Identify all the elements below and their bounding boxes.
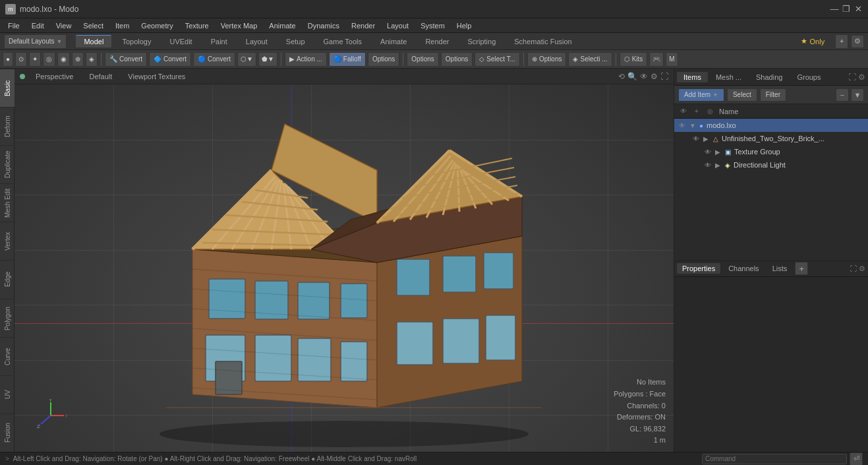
unreal-btn[interactable]: 🎮 — [649, 52, 664, 67]
convert-btn-3[interactable]: 🔵 Convert — [193, 52, 235, 67]
zoom-icon[interactable]: 🔍 — [627, 72, 637, 81]
tool-shape-btn[interactable]: ⬡▼ — [237, 52, 256, 67]
sidebar-tab-uv[interactable]: UV — [0, 375, 14, 414]
menu-layout[interactable]: Layout — [382, 20, 414, 31]
add-item-btn[interactable]: Add Item ▼ — [678, 88, 724, 102]
rbot-tab-channels[interactable]: Channels — [723, 263, 764, 274]
arrow-light[interactable]: ▶ — [715, 162, 723, 169]
rpanel-tab-groups[interactable]: Groups — [790, 72, 827, 82]
sidebar-tab-polygon[interactable]: Polygon — [0, 299, 14, 337]
rotate-icon[interactable]: ⟲ — [618, 72, 625, 81]
sidebar-tab-fusion[interactable]: Fusion — [0, 414, 14, 452]
sidebar-tab-edge[interactable]: Edge — [0, 260, 14, 298]
tool-mode-btn[interactable]: ⬟▼ — [258, 52, 277, 67]
menu-help[interactable]: Help — [451, 20, 477, 31]
tab-topology[interactable]: Topology — [114, 36, 159, 47]
settings-icon[interactable]: ⚙ — [651, 72, 658, 81]
command-go-btn[interactable]: ⏎ — [850, 452, 863, 466]
menu-select[interactable]: Select — [78, 20, 109, 31]
viewport-perspective-label[interactable]: Perspective — [30, 71, 78, 82]
menu-dynamics[interactable]: Dynamics — [303, 20, 345, 31]
arrow-mesh[interactable]: ▶ — [703, 135, 711, 142]
command-input[interactable] — [702, 454, 847, 464]
eye-icon-root[interactable]: 👁 — [677, 120, 687, 131]
eye-icon-light[interactable]: 👁 — [703, 160, 713, 170]
minimize-btn[interactable]: — — [830, 5, 839, 14]
tool-icon-4[interactable]: ◎ — [43, 52, 55, 67]
tab-paint[interactable]: Paint — [203, 36, 235, 47]
sidebar-tab-duplicate[interactable]: Duplicate — [0, 145, 14, 183]
menu-edit[interactable]: Edit — [26, 20, 49, 31]
tab-model[interactable]: Model — [76, 35, 111, 47]
menu-render[interactable]: Render — [346, 20, 380, 31]
kits-btn[interactable]: ⬡ Kits — [620, 52, 648, 67]
add-workspace-btn[interactable]: + — [835, 34, 848, 49]
options-btn-4[interactable]: ⊕ Options — [527, 52, 566, 67]
options-btn-1[interactable]: Options — [368, 52, 399, 67]
menu-texture[interactable]: Texture — [180, 20, 214, 31]
sidebar-tab-vertex[interactable]: Vertex — [0, 222, 14, 260]
tool-icon-1[interactable]: ● — [3, 52, 13, 67]
close-btn[interactable]: ✕ — [854, 5, 863, 14]
rbot-tab-properties[interactable]: Properties — [677, 263, 720, 274]
tab-animate[interactable]: Animate — [372, 36, 415, 47]
viewport-default-label[interactable]: Default — [84, 71, 117, 82]
tool-icon-5[interactable]: ◉ — [57, 52, 70, 67]
rpanel-tab-shading[interactable]: Shading — [749, 72, 789, 82]
menu-vertexmap[interactable]: Vertex Map — [216, 20, 263, 31]
menu-geometry[interactable]: Geometry — [136, 20, 178, 31]
selecti-btn[interactable]: ◈ Selecti ... — [568, 52, 612, 67]
modo-btn[interactable]: M — [666, 52, 678, 67]
sidebar-tab-basic[interactable]: Basic — [0, 69, 14, 107]
titlebar-controls[interactable]: — ❐ ✕ — [830, 5, 863, 14]
viewport-textures-label[interactable]: Viewport Textures — [123, 71, 190, 82]
rbot-add-tab-btn[interactable]: + — [795, 262, 808, 275]
rpanel-tab-items[interactable]: Items — [677, 72, 708, 82]
tab-gametools[interactable]: Game Tools — [316, 36, 370, 47]
options-btn-2[interactable]: Options — [407, 52, 438, 67]
settings-icon-btn[interactable]: ⚙ — [851, 35, 864, 48]
tab-render[interactable]: Render — [417, 36, 457, 47]
menu-view[interactable]: View — [51, 20, 77, 31]
arrow-root[interactable]: ▼ — [689, 122, 697, 129]
sidebar-tab-curve[interactable]: Curve — [0, 337, 14, 375]
layout-dropdown[interactable]: Default Layouts ▼ — [4, 34, 67, 49]
eye-icon-texgrp[interactable]: 👁 — [703, 146, 713, 157]
filter-minus-btn[interactable]: − — [836, 88, 849, 102]
convert-btn-2[interactable]: 🔷 Convert — [149, 52, 191, 67]
rpanel-expand-icon[interactable]: ⛶ — [848, 73, 856, 82]
sidebar-tab-meshedit[interactable]: Mesh Edit — [0, 183, 14, 222]
rbot-settings-icon[interactable]: ⚙ — [859, 264, 865, 273]
select-btn[interactable]: Select — [727, 88, 757, 102]
tab-scripting[interactable]: Scripting — [459, 36, 504, 47]
tool-icon-2[interactable]: ⊙ — [15, 52, 27, 67]
view-icon[interactable]: 👁 — [640, 72, 648, 81]
action-btn[interactable]: ▶ Action ... — [285, 52, 327, 67]
rpanel-tab-mesh[interactable]: Mesh ... — [709, 72, 748, 82]
tree-item-mesh[interactable]: 👁 ▶ △ Unfinished_Two_Story_Brick_... — [674, 132, 868, 145]
eye-icon-mesh[interactable]: 👁 — [691, 133, 701, 144]
filter-btn[interactable]: Filter — [760, 88, 786, 102]
tool-icon-3[interactable]: ✦ — [29, 52, 41, 67]
tree-item-light[interactable]: 👁 ▶ ◈ Directional Light — [674, 158, 868, 171]
viewport[interactable]: Perspective Default Viewport Textures ⟲ … — [14, 69, 674, 452]
options-btn-3[interactable]: Options — [441, 52, 473, 67]
tree-item-root[interactable]: 👁 ▼ ● modo.lxo — [674, 119, 868, 132]
sidebar-tab-deform[interactable]: Deform — [0, 107, 14, 145]
tab-setup[interactable]: Setup — [278, 36, 313, 47]
filter-arrow-btn[interactable]: ▼ — [851, 88, 864, 102]
viewport-canvas[interactable]: X Y Z No Items Polygons : Face Channels:… — [14, 84, 674, 452]
rpanel-settings-icon[interactable]: ⚙ — [858, 73, 865, 82]
menu-file[interactable]: File — [3, 20, 25, 31]
arrow-texgrp[interactable]: ▶ — [715, 148, 723, 156]
tool-icon-6[interactable]: ⊕ — [72, 52, 84, 67]
tab-schematic[interactable]: Schematic Fusion — [506, 36, 579, 47]
tab-uvedit[interactable]: UVEdit — [161, 36, 200, 47]
maximize-btn[interactable]: ❐ — [842, 5, 851, 14]
tab-layout[interactable]: Layout — [238, 36, 275, 47]
convert-btn-1[interactable]: 🔧 Convert — [105, 52, 147, 67]
rbot-tab-lists[interactable]: Lists — [767, 263, 793, 274]
falloff-btn[interactable]: 🔵 Falloff — [329, 52, 366, 67]
menu-item[interactable]: Item — [110, 20, 134, 31]
tree-item-texgrp[interactable]: 👁 ▶ ▣ Texture Group — [674, 145, 868, 158]
